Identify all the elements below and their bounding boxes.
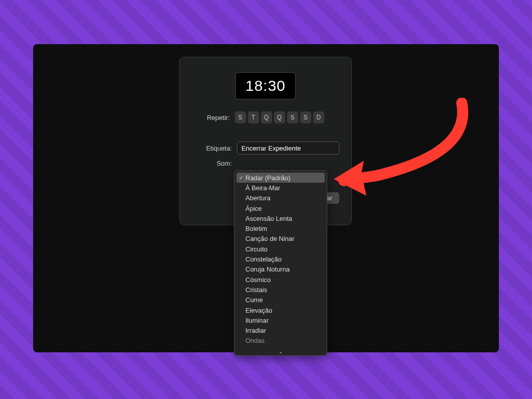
day-btn-2[interactable]: Q <box>261 111 272 123</box>
day-btn-0[interactable]: S <box>235 111 246 123</box>
checkmark-icon: ✓ <box>239 175 243 181</box>
sound-option-label: Constelação <box>245 255 282 263</box>
sound-option-10[interactable]: Cósmico <box>234 275 327 285</box>
sound-option-label: Elevação <box>245 307 272 314</box>
day-btn-6[interactable]: D <box>313 111 324 123</box>
sound-option-5[interactable]: Boletim <box>234 223 327 233</box>
day-btn-4[interactable]: S <box>287 111 298 123</box>
sound-option-label: Iluminar <box>245 317 269 324</box>
chevron-down-icon[interactable]: ⌄ <box>279 349 283 354</box>
etiqueta-label: Etiqueta: <box>192 145 232 152</box>
sound-option-label: Ápice <box>245 205 262 212</box>
day-btn-1[interactable]: T <box>248 111 259 123</box>
sound-option-3[interactable]: Ápice <box>234 203 327 213</box>
sound-option-label: Coruja Noturna <box>245 265 290 273</box>
sound-option-4[interactable]: Ascensão Lenta <box>234 213 327 223</box>
som-label: Som: <box>192 160 232 167</box>
sound-option-label: Irradiar <box>245 327 266 334</box>
sound-option-7[interactable]: Circuito <box>234 244 327 254</box>
sound-option-13[interactable]: Elevação <box>234 305 327 315</box>
sound-dropdown-menu[interactable]: ✓ Radar (Padrão) À Beira-Mar Abertura Áp… <box>234 170 327 356</box>
sound-option-9[interactable]: Coruja Noturna <box>234 264 327 275</box>
sound-option-label: Canção de Ninar <box>245 235 295 242</box>
sound-option-0[interactable]: ✓ Radar (Padrão) <box>236 173 325 183</box>
sound-option-label: Abertura <box>245 194 271 202</box>
time-input[interactable]: 18:30 <box>235 72 296 99</box>
sound-option-8[interactable]: Constelação <box>234 254 327 264</box>
etiqueta-row: Etiqueta: <box>192 142 339 155</box>
som-row: Som: <box>192 160 339 167</box>
day-btn-3[interactable]: Q <box>274 111 285 123</box>
repeat-label: Repetir: <box>207 114 230 121</box>
sound-option-label: Boletim <box>245 225 267 232</box>
day-btn-5[interactable]: S <box>300 111 311 123</box>
sound-option-1[interactable]: À Beira-Mar <box>234 183 327 193</box>
sound-option-15[interactable]: Irradiar <box>234 325 327 335</box>
sound-option-label: Cristais <box>245 286 267 294</box>
sound-option-label: Circuito <box>245 245 268 253</box>
sound-option-label: Radar (Padrão) <box>245 174 291 182</box>
sound-option-14[interactable]: Iluminar <box>234 315 327 325</box>
sound-option-label: À Beira-Mar <box>245 184 280 192</box>
repeat-row: Repetir: S T Q Q S S D <box>192 111 339 123</box>
sound-option-label: Ascensão Lenta <box>245 215 292 222</box>
sound-option-label: Cume <box>245 296 263 304</box>
sound-option-6[interactable]: Canção de Ninar <box>234 234 327 244</box>
sound-option-label: Cósmico <box>245 276 271 284</box>
sound-option-11[interactable]: Cristais <box>234 285 327 295</box>
sound-option-label: Ondas <box>245 337 264 344</box>
etiqueta-input[interactable] <box>237 142 339 155</box>
sound-option-2[interactable]: Abertura <box>234 193 327 203</box>
sound-option-12[interactable]: Cume <box>234 295 327 305</box>
day-buttons-group: S T Q Q S S D <box>235 111 324 123</box>
sound-option-16[interactable]: Ondas <box>234 336 327 346</box>
